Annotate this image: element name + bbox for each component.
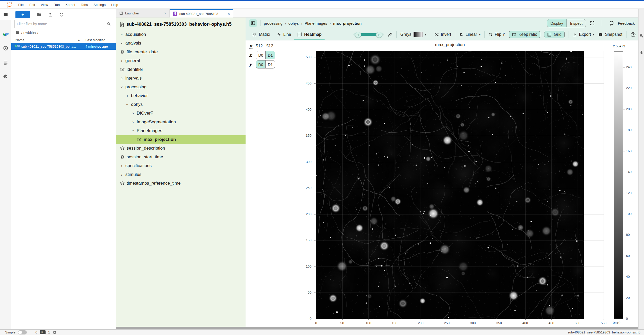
tree-item-session_description[interactable]: session_description [116, 144, 246, 153]
tree-item-intervals[interactable]: ›intervals [116, 74, 246, 83]
x-dim-d1-button[interactable]: D1 [265, 51, 275, 59]
domain-min-handle[interactable]: ◁ [355, 32, 361, 38]
upload-icon[interactable] [48, 12, 53, 17]
tab-launcher[interactable]: Launcher × [116, 9, 170, 17]
colorbar[interactable] [614, 51, 623, 319]
snapshot-button[interactable]: Snapshot [598, 32, 622, 37]
tree-item-specifications[interactable]: ›specifications [116, 161, 246, 170]
terminal-icon[interactable]: $_ [40, 330, 46, 334]
y-dim-d1-button[interactable]: D1 [265, 61, 275, 68]
sidebar-tab-files[interactable] [0, 9, 11, 20]
tree-item-label: PlaneImages [137, 128, 162, 133]
tree-item-identifier[interactable]: identifier [116, 65, 246, 74]
toggle-explorer-button[interactable] [249, 19, 257, 27]
feedback-icon[interactable] [609, 21, 614, 26]
close-tab-icon[interactable]: × [228, 12, 230, 16]
simple-mode-toggle[interactable] [18, 330, 27, 334]
dataset-icon [120, 155, 125, 159]
menu-run[interactable]: Run [51, 1, 63, 8]
tree-item-DfOverF[interactable]: ›DfOverF [116, 109, 246, 118]
dock-bottom-scroll-band[interactable] [116, 327, 644, 329]
heatmap-canvas[interactable] [316, 51, 584, 319]
tree-item-session_start_time[interactable]: session_start_time [116, 153, 246, 161]
tree-item-max_projection[interactable]: max_projection [116, 135, 246, 144]
display-mode-button[interactable]: Display [547, 19, 567, 27]
tree-item-label: behavior [131, 93, 148, 98]
x-tick-label: 450 [545, 321, 558, 325]
y-tick-label: 0 [295, 317, 311, 321]
tree-item-processing[interactable]: ›processing [116, 83, 246, 91]
menu-view[interactable]: View [38, 1, 51, 8]
close-tab-icon[interactable]: × [164, 11, 166, 15]
menu-tabs[interactable]: Tabs [78, 1, 91, 8]
n-label: n [249, 43, 253, 49]
tree-item-label: identifier [127, 67, 143, 72]
menu-kernel[interactable]: Kernel [63, 1, 78, 8]
fullscreen-icon[interactable] [590, 21, 595, 26]
sidebar-tab-running[interactable] [0, 46, 11, 51]
flip-y-button[interactable]: Flip Y [489, 32, 505, 37]
invert-colormap-button[interactable]: Invert [434, 32, 451, 37]
breadcrumb-item-processing[interactable]: processing [264, 21, 283, 25]
vis-tab-line[interactable]: Line [273, 29, 294, 40]
menu-edit[interactable]: Edit [27, 1, 38, 8]
grid-toggle[interactable]: Grid [544, 31, 564, 38]
vis-tab-heatmap[interactable]: Heatmap [294, 29, 325, 40]
file-browser-breadcrumb[interactable]: / nwbfiles / [15, 30, 38, 35]
edit-domain-icon[interactable] [388, 32, 393, 37]
help-icon[interactable] [630, 32, 636, 37]
tree-item-ophys[interactable]: ›ophys [116, 100, 246, 109]
caret-right-icon: › [126, 93, 129, 98]
left-activity-bar: H5F [0, 9, 11, 329]
sidebar-tab-extensions[interactable] [0, 73, 11, 79]
filter-files-input[interactable] [15, 22, 107, 26]
tab-label: Launcher [125, 11, 139, 15]
tree-item-label: session_description [127, 146, 165, 151]
sidebar-tab-toc[interactable] [0, 60, 11, 65]
breadcrumb-item-ophys[interactable]: ophys [289, 21, 299, 25]
file-row-selected[interactable]: H5F sub-408021_ses-758519303_beha... 4 m… [11, 43, 116, 50]
display-inspect-toggle: Display Inspect [547, 19, 586, 27]
debugger-tab[interactable] [639, 50, 643, 54]
tree-item-file_create_date[interactable]: file_create_date [116, 48, 246, 56]
domain-max-handle[interactable]: ▷ [376, 32, 382, 38]
kernel-chip-icon[interactable] [53, 330, 57, 334]
aspect-ratio-icon [512, 32, 516, 37]
menu-settings[interactable]: Settings [91, 1, 108, 8]
x-dim-d0-button[interactable]: D0 [256, 51, 265, 59]
inspect-mode-button[interactable]: Inspect [567, 19, 586, 27]
feedback-label[interactable]: Feedback [618, 21, 635, 25]
property-inspector-tab[interactable] [639, 33, 643, 38]
export-button[interactable]: Export ▾ [573, 32, 595, 37]
menu-file[interactable]: File [15, 1, 27, 8]
tree-item-behavior[interactable]: ›behavior [116, 91, 246, 100]
tree-item-timestamps_reference_time[interactable]: timestamps_reference_time [116, 179, 246, 188]
dataset-icon [120, 50, 125, 54]
menu-help[interactable]: Help [108, 1, 121, 8]
domain-slider[interactable]: ◁ ▷ [353, 31, 384, 38]
tree-item-stimulus[interactable]: ›stimulus [116, 170, 246, 179]
tree-item-ImageSegmentation[interactable]: ›ImageSegmentation [116, 118, 246, 126]
tree-item-acquisition[interactable]: ›acquisition [116, 30, 246, 39]
new-launcher-button[interactable]: + [15, 11, 30, 18]
h5-file-title[interactable]: sub-408021_ses-758519303_behavior+ophys.… [116, 18, 246, 30]
column-header-name[interactable]: Name ▲ [11, 37, 83, 43]
colorbar-tick-label: 80 [626, 233, 630, 237]
colorbar-tick-label: 0 [626, 317, 628, 321]
scale-selector[interactable]: Linear ▾ [459, 32, 481, 37]
refresh-icon[interactable] [59, 12, 64, 17]
y-dim-d0-button[interactable]: D0 [256, 61, 265, 68]
new-folder-icon[interactable] [37, 12, 41, 17]
breadcrumb-item-max_projection[interactable]: max_projection [333, 21, 362, 25]
tab-h5-file[interactable]: 5 sub-408021_ses-7585193 × [170, 9, 233, 18]
tree-item-PlaneImages[interactable]: ›PlaneImages [116, 126, 246, 135]
keep-ratio-toggle[interactable]: Keep ratio [509, 31, 540, 38]
sidebar-tab-hdf5[interactable]: H5F [0, 33, 11, 37]
breadcrumb-item-PlaneImages[interactable]: PlaneImages [305, 21, 327, 25]
tree-item-general[interactable]: ›general [116, 56, 246, 65]
tree-item-analysis[interactable]: ›analysis [116, 39, 246, 48]
vis-tab-matrix[interactable]: Matrix [249, 29, 273, 40]
tab-label: sub-408021_ses-7585193 [179, 12, 218, 16]
colormap-selector[interactable]: Greys ▾ [401, 32, 426, 37]
column-header-modified[interactable]: Last Modified [83, 38, 116, 42]
